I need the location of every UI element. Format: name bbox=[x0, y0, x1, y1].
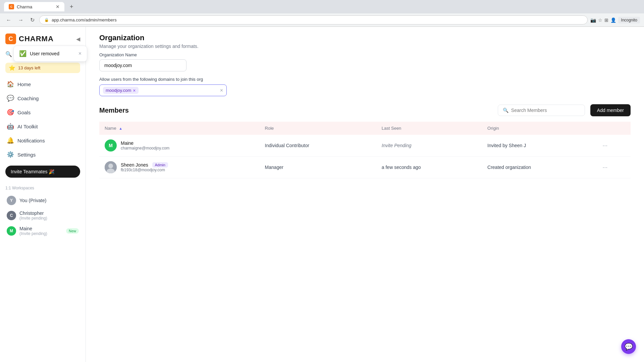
workspaces-label: 1:1 Workspaces bbox=[5, 186, 80, 190]
org-name-field: Organization Name bbox=[99, 52, 631, 71]
domain-tag-remove-button[interactable]: × bbox=[133, 88, 136, 93]
allow-domains-label: Allow users from the following domains t… bbox=[99, 77, 631, 82]
col-last-seen[interactable]: Last Seen bbox=[376, 122, 482, 135]
workspace-item-christopher[interactable]: C Christopher (Invite pending) bbox=[5, 208, 80, 223]
workspace-info: You (Private) bbox=[19, 198, 46, 203]
address-bar[interactable]: 🔒 app.charma.com/admin/members bbox=[39, 15, 588, 24]
logo-text: CHARMA bbox=[19, 35, 54, 43]
browser-toolbar-right: 📷 ☆ ⊞ 👤 Incognito bbox=[590, 17, 640, 23]
col-name-text: Name bbox=[105, 126, 116, 131]
domains-input[interactable]: moodjoy.com × × bbox=[99, 84, 227, 96]
member-last-seen: a few seconds ago bbox=[382, 165, 421, 170]
split-view-icon[interactable]: ⊞ bbox=[604, 17, 608, 23]
bookmark-icon[interactable]: ☆ bbox=[598, 17, 602, 23]
add-member-button-text: Add member bbox=[597, 108, 624, 113]
domain-tag: moodjoy.com × bbox=[103, 87, 139, 94]
home-icon: 🏠 bbox=[7, 80, 14, 88]
svg-point-3 bbox=[108, 164, 113, 168]
new-badge: New bbox=[66, 228, 79, 234]
col-actions bbox=[597, 122, 631, 135]
domains-clear-button[interactable]: × bbox=[220, 87, 223, 94]
member-role-cell: Individual Contributor bbox=[260, 135, 376, 157]
workspace-sub: (Invite pending) bbox=[19, 216, 47, 221]
org-name-input[interactable] bbox=[99, 59, 186, 71]
member-actions-cell: ··· bbox=[597, 135, 631, 157]
member-origin-cell: Invited by Sheen J bbox=[482, 135, 597, 157]
col-origin[interactable]: Origin bbox=[482, 122, 597, 135]
page-header: Organization Manage your organization se… bbox=[86, 27, 644, 52]
browser-tab[interactable]: C Charma ✕ bbox=[4, 2, 64, 11]
workspace-item-private[interactable]: Y You (Private) bbox=[5, 193, 80, 208]
back-button[interactable]: ← bbox=[4, 16, 13, 24]
toast-close-button[interactable]: × bbox=[78, 51, 82, 57]
col-name[interactable]: Name ▲ bbox=[99, 122, 260, 135]
member-details: Sheen Jones Admin fb193c18@moodjoy.com bbox=[121, 162, 168, 172]
sidebar-nav: 🏠 Home 💬 Coaching 🎯 Goals 🤖 AI Toolkit 🔔… bbox=[0, 77, 86, 162]
tab-close-button[interactable]: ✕ bbox=[56, 4, 60, 9]
sidebar-item-label: Settings bbox=[17, 152, 36, 158]
col-origin-text: Origin bbox=[487, 126, 499, 131]
notifications-icon: 🔔 bbox=[7, 137, 14, 144]
member-name: Maine bbox=[121, 140, 169, 146]
chat-widget-button[interactable]: 💬 bbox=[621, 339, 636, 354]
sidebar-item-home[interactable]: 🏠 Home bbox=[0, 77, 86, 91]
sidebar-item-label: Notifications bbox=[17, 138, 45, 143]
row-actions-button[interactable]: ··· bbox=[602, 142, 607, 149]
table-header: Name ▲ Role Last Seen Origin bbox=[99, 122, 631, 135]
sidebar-item-notifications[interactable]: 🔔 Notifications bbox=[0, 133, 86, 147]
member-name-cell: M Maine charmaigne@moodjoy.com bbox=[99, 135, 260, 157]
workspace-name: You (Private) bbox=[19, 198, 46, 203]
sidebar-item-ai-toolkit[interactable]: 🤖 AI Toolkit bbox=[0, 119, 86, 133]
row-actions-button[interactable]: ··· bbox=[602, 164, 607, 171]
member-info: Sheen Jones Admin fb193c18@moodjoy.com bbox=[105, 161, 254, 173]
search-members-icon: 🔍 bbox=[503, 108, 508, 113]
table-row: Sheen Jones Admin fb193c18@moodjoy.com M… bbox=[99, 157, 631, 178]
page-title: Organization bbox=[99, 34, 631, 42]
avatar-initials: M bbox=[109, 143, 113, 148]
forward-button[interactable]: → bbox=[16, 16, 25, 24]
invite-button-text: Invite Teammates 🎉 bbox=[11, 169, 54, 174]
url-text: app.charma.com/admin/members bbox=[52, 17, 117, 22]
search-members-input[interactable] bbox=[511, 108, 580, 113]
charma-logo-icon: C bbox=[5, 34, 16, 44]
invite-teammates-button[interactable]: Invite Teammates 🎉 bbox=[5, 166, 80, 178]
admin-badge: Admin bbox=[152, 162, 168, 168]
member-last-seen: Invite Pending bbox=[382, 143, 412, 148]
members-table-body: M Maine charmaigne@moodjoy.com Individua bbox=[99, 135, 631, 178]
workspace-info: Maine (Invite pending) bbox=[19, 226, 47, 236]
sidebar-item-coaching[interactable]: 💬 Coaching bbox=[0, 91, 86, 105]
workspace-item-maine[interactable]: M Maine (Invite pending) New bbox=[5, 223, 80, 239]
new-tab-button[interactable]: + bbox=[67, 3, 76, 11]
member-origin: Created organization bbox=[487, 165, 531, 170]
sidebar-item-settings[interactable]: ⚙️ Settings bbox=[0, 147, 86, 162]
member-role: Individual Contributor bbox=[265, 143, 309, 148]
sidebar-item-goals[interactable]: 🎯 Goals bbox=[0, 105, 86, 119]
org-name-section: Organization Name Allow users from the f… bbox=[99, 52, 631, 96]
trial-text: 13 days left bbox=[18, 65, 41, 70]
members-header: Members 🔍 Add member bbox=[99, 104, 631, 116]
member-avatar: M bbox=[105, 139, 117, 152]
settings-icon: ⚙️ bbox=[7, 151, 14, 158]
search-members-container: 🔍 bbox=[498, 105, 585, 116]
sort-asc-icon: ▲ bbox=[119, 126, 122, 130]
browser-chrome: C Charma ✕ + ← → ↻ 🔒 app.charma.com/admi… bbox=[0, 0, 644, 27]
workspace-avatar-christopher: C bbox=[7, 211, 16, 220]
col-role[interactable]: Role bbox=[260, 122, 376, 135]
trial-badge: ⭐ 13 days left bbox=[5, 63, 80, 73]
add-member-button[interactable]: Add member bbox=[590, 104, 631, 116]
sidebar-collapse-button[interactable]: ◀ bbox=[76, 36, 80, 42]
search-icon[interactable]: 🔍 bbox=[5, 51, 12, 57]
main-content: Organization Manage your organization se… bbox=[86, 27, 644, 362]
reload-button[interactable]: ↻ bbox=[28, 15, 37, 24]
browser-titlebar: C Charma ✕ + bbox=[0, 0, 644, 13]
member-last-seen-cell: Invite Pending bbox=[376, 135, 482, 157]
account-icon[interactable]: 👤 bbox=[610, 17, 616, 23]
col-role-text: Role bbox=[265, 126, 274, 131]
chat-widget-icon: 💬 bbox=[625, 343, 633, 351]
member-origin-cell: Created organization bbox=[482, 157, 597, 178]
member-name-cell: Sheen Jones Admin fb193c18@moodjoy.com bbox=[99, 157, 260, 178]
sidebar-item-label: Coaching bbox=[17, 96, 39, 101]
member-info: M Maine charmaigne@moodjoy.com bbox=[105, 139, 254, 152]
member-name: Sheen Jones bbox=[121, 162, 148, 168]
col-last-seen-text: Last Seen bbox=[382, 126, 401, 131]
